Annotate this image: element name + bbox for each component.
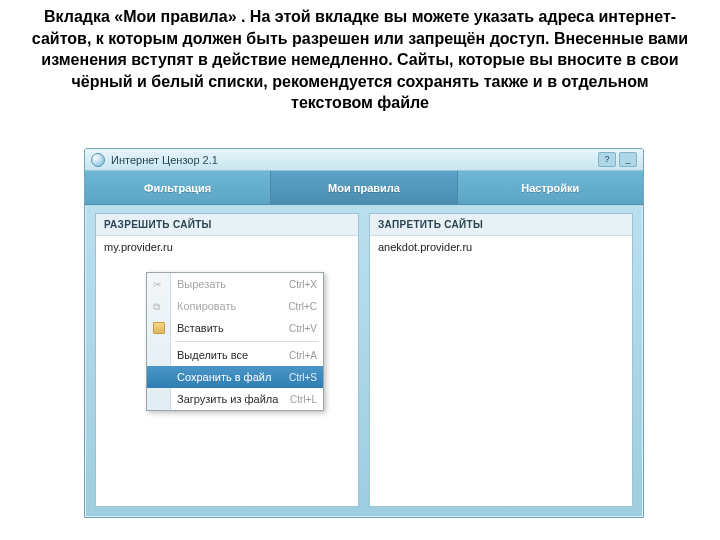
page-heading: Вкладка «Мои правила» . На этой вкладке …: [0, 0, 720, 114]
tab-settings[interactable]: Настройки: [458, 171, 643, 204]
tab-bar: Фильтрация Мои правила Настройки: [85, 171, 643, 205]
copy-icon: [153, 300, 165, 312]
deny-list[interactable]: anekdot.provider.ru: [370, 236, 632, 506]
work-area: РАЗРЕШИТЬ САЙТЫ my.provider.ru Вырезать …: [95, 213, 633, 507]
deny-panel: ЗАПРЕТИТЬ САЙТЫ anekdot.provider.ru: [369, 213, 633, 507]
menu-shortcut: Ctrl+V: [289, 323, 317, 334]
cut-icon: [153, 278, 165, 290]
paste-icon: [153, 322, 165, 334]
help-button[interactable]: ?: [598, 152, 616, 167]
menu-label: Выделить все: [177, 349, 248, 361]
menu-load-file[interactable]: Загрузить из файла Ctrl+L: [147, 388, 323, 410]
menu-shortcut: Ctrl+S: [289, 372, 317, 383]
menu-cut[interactable]: Вырезать Ctrl+X: [147, 273, 323, 295]
menu-label: Загрузить из файла: [177, 393, 278, 405]
app-window: Интернет Цензор 2.1 ? _ Фильтрация Мои п…: [84, 148, 644, 518]
list-item[interactable]: anekdot.provider.ru: [378, 240, 624, 254]
menu-shortcut: Ctrl+C: [288, 301, 317, 312]
menu-shortcut: Ctrl+A: [289, 350, 317, 361]
context-menu: Вырезать Ctrl+X Копировать Ctrl+C Встави…: [146, 272, 324, 411]
menu-save-file[interactable]: Сохранить в файл Ctrl+S: [147, 366, 323, 388]
window-title: Интернет Цензор 2.1: [111, 154, 218, 166]
tab-filter[interactable]: Фильтрация: [85, 171, 271, 204]
menu-label: Вырезать: [177, 278, 226, 290]
titlebar: Интернет Цензор 2.1 ? _: [85, 149, 643, 171]
list-item[interactable]: my.provider.ru: [104, 240, 350, 254]
deny-header: ЗАПРЕТИТЬ САЙТЫ: [370, 214, 632, 236]
menu-label: Копировать: [177, 300, 236, 312]
menu-paste[interactable]: Вставить Ctrl+V: [147, 317, 323, 339]
tab-rules[interactable]: Мои правила: [271, 171, 457, 204]
menu-select-all[interactable]: Выделить все Ctrl+A: [147, 344, 323, 366]
menu-shortcut: Ctrl+L: [290, 394, 317, 405]
allow-panel: РАЗРЕШИТЬ САЙТЫ my.provider.ru Вырезать …: [95, 213, 359, 507]
menu-label: Сохранить в файл: [177, 371, 271, 383]
allow-list[interactable]: my.provider.ru Вырезать Ctrl+X Копироват…: [96, 236, 358, 506]
allow-header: РАЗРЕШИТЬ САЙТЫ: [96, 214, 358, 236]
menu-copy[interactable]: Копировать Ctrl+C: [147, 295, 323, 317]
minimize-button[interactable]: _: [619, 152, 637, 167]
menu-shortcut: Ctrl+X: [289, 279, 317, 290]
menu-label: Вставить: [177, 322, 224, 334]
app-icon: [91, 153, 105, 167]
menu-separator: [175, 341, 319, 342]
